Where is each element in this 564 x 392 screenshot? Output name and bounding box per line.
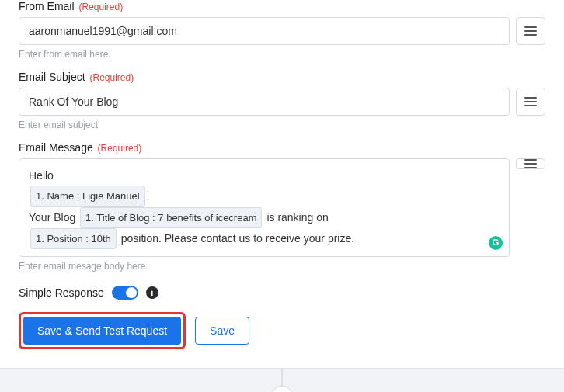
hamburger-icon <box>524 26 537 36</box>
from-email-options-button[interactable] <box>516 17 545 45</box>
message-text-contact: position. Please contact us to receive y… <box>121 232 354 245</box>
save-send-test-button[interactable]: Save & Send Test Request <box>23 317 181 345</box>
token-title[interactable]: 1. Title of Blog : 7 benefits of icecrea… <box>80 207 262 228</box>
bottom-connector-area: + <box>0 368 564 392</box>
input-row <box>19 17 545 45</box>
token-name[interactable]: 1. Name : Ligie Manuel <box>30 186 145 206</box>
input-row <box>19 88 545 116</box>
required-tag: (Required) <box>98 143 142 154</box>
message-helper: Enter email mesage body here. <box>19 261 545 272</box>
from-email-input[interactable] <box>19 17 510 45</box>
text-cursor <box>148 191 148 203</box>
simple-response-label: Simple Response <box>19 286 104 299</box>
required-tag: (Required) <box>78 2 123 12</box>
button-row: Save & Send Test Request Save <box>19 312 545 349</box>
input-row: Hello 1. Name : Ligie Manuel Your Blog 1… <box>19 158 545 257</box>
message-text-hello: Hello <box>29 169 54 182</box>
form-container: From Email (Required) Enter from email h… <box>0 0 564 368</box>
message-label: Email Message (Required) <box>19 141 545 154</box>
connector-line <box>282 369 283 387</box>
field-subject: Email Subject (Required) Enter email sub… <box>19 71 545 130</box>
simple-response-toggle[interactable] <box>112 286 138 300</box>
field-from-email: From Email (Required) Enter from email h… <box>19 0 545 60</box>
simple-response-row: Simple Response i <box>19 286 545 300</box>
label-text: Email Message <box>19 141 93 154</box>
from-email-helper: Enter from email here. <box>19 49 545 60</box>
label-text: Email Subject <box>19 71 85 83</box>
message-text-yourblog: Your Blog <box>29 211 75 224</box>
highlight-annotation: Save & Send Test Request <box>19 312 186 349</box>
hamburger-icon <box>524 159 537 168</box>
subject-helper: Enter email subject <box>19 120 545 130</box>
subject-options-button[interactable] <box>516 88 545 116</box>
token-position[interactable]: 1. Position : 10th <box>30 228 117 249</box>
field-message: Email Message (Required) Hello 1. Name :… <box>19 141 545 272</box>
subject-input[interactable] <box>19 88 510 116</box>
save-button[interactable]: Save <box>195 317 249 345</box>
message-options-button[interactable] <box>516 158 545 169</box>
add-step-button[interactable]: + <box>271 386 293 392</box>
subject-label: Email Subject (Required) <box>19 71 545 83</box>
grammarly-icon[interactable]: G <box>489 236 503 250</box>
info-icon[interactable]: i <box>146 286 158 299</box>
message-text-ranking: is ranking on <box>266 211 328 224</box>
hamburger-icon <box>524 97 537 106</box>
required-tag: (Required) <box>89 72 134 83</box>
label-text: From Email <box>19 0 75 12</box>
message-editor[interactable]: Hello 1. Name : Ligie Manuel Your Blog 1… <box>19 158 510 257</box>
from-email-label: From Email (Required) <box>19 0 545 12</box>
